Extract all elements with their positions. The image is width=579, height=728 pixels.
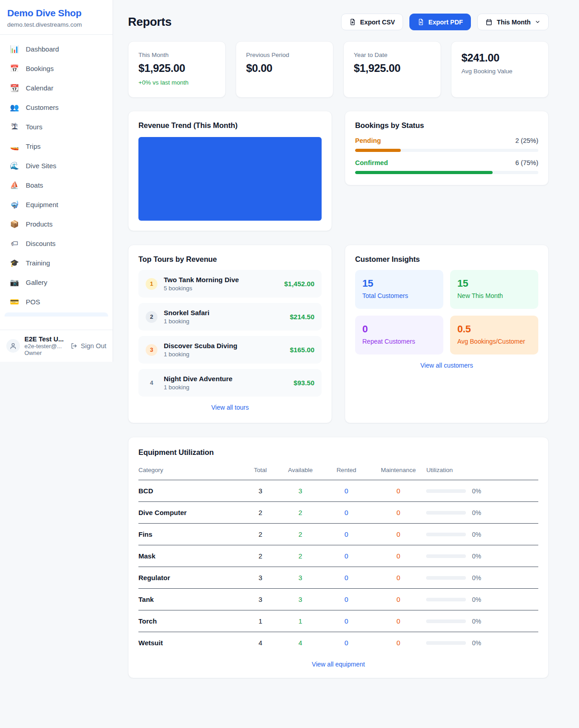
view-all-customers-link[interactable]: View all customers xyxy=(420,362,473,369)
status-label: Confirmed xyxy=(355,159,388,166)
utilization-percent: 0% xyxy=(472,574,481,581)
equip-rented: 0 xyxy=(323,632,370,654)
sidebar-item-label: Dashboard xyxy=(26,45,59,53)
equip-category: Regulator xyxy=(138,567,242,589)
export-pdf-button[interactable]: Export PDF xyxy=(409,14,471,30)
tour-list: 1 Two Tank Morning Dive5 bookings $1,452… xyxy=(138,270,322,397)
stat-card-previous-period: Previous Period $0.00 xyxy=(236,41,333,98)
stat-card-avg-booking-value: $241.00 Avg Booking Value xyxy=(451,41,549,98)
sidebar-item-bookings[interactable]: 📅Bookings xyxy=(4,59,109,78)
period-dropdown[interactable]: This Month xyxy=(477,14,549,30)
utilization-percent: 0% xyxy=(472,509,481,516)
export-pdf-label: Export PDF xyxy=(428,19,463,26)
utilization-bar xyxy=(426,576,466,580)
sign-out-icon xyxy=(71,342,78,350)
tour-revenue: $93.50 xyxy=(294,379,314,387)
tile-label: New This Month xyxy=(457,292,531,299)
tour-bookings: 1 booking xyxy=(164,384,233,391)
stat-card-this-month: This Month $1,925.00 +0% vs last month xyxy=(128,41,226,98)
status-row-pending: Pending 2 (25%) xyxy=(355,137,538,152)
people-icon: 👥 xyxy=(10,103,19,112)
sign-out-button[interactable]: Sign Out xyxy=(71,342,106,350)
chevron-down-icon xyxy=(535,19,541,25)
sidebar-item-label: Dive Sites xyxy=(26,162,57,170)
view-all-tours-link[interactable]: View all tours xyxy=(211,404,249,411)
equipment-utilization-card: Equipment Utilization Category Total Ava… xyxy=(128,437,549,678)
sidebar-item-products[interactable]: 📦Products xyxy=(4,214,109,234)
equip-category: Wetsuit xyxy=(138,632,242,654)
stat-delta: +0% vs last month xyxy=(138,79,215,86)
utilization-bar xyxy=(426,598,466,601)
sidebar-item-reports-partial[interactable] xyxy=(5,312,108,317)
graduation-cap-icon: 🎓 xyxy=(10,259,19,267)
bar-chart-icon: 📊 xyxy=(10,45,19,53)
status-count: 6 (75%) xyxy=(515,159,538,166)
sidebar-item-equipment[interactable]: 🤿Equipment xyxy=(4,195,109,214)
revenue-trend-bar xyxy=(138,137,322,221)
list-item: 3 Discover Scuba Diving1 booking $165.00 xyxy=(138,336,322,364)
sidebar-item-label: Discounts xyxy=(26,240,56,247)
equip-total: 3 xyxy=(242,589,279,610)
equip-category: Fins xyxy=(138,524,242,545)
utilization-bar xyxy=(426,619,466,623)
label-tag-icon: 🏷 xyxy=(10,239,19,248)
sidebar-item-training[interactable]: 🎓Training xyxy=(4,253,109,273)
sidebar-item-calendar[interactable]: 📆Calendar xyxy=(4,78,109,98)
equip-rented: 0 xyxy=(323,502,370,524)
equip-maintenance: 0 xyxy=(370,480,427,502)
table-header-row: Category Total Available Rented Maintena… xyxy=(138,463,538,480)
rank-badge: 4 xyxy=(146,377,157,389)
equip-maintenance: 0 xyxy=(370,610,427,632)
sidebar-item-tours[interactable]: 🏝Tours xyxy=(4,117,109,137)
stat-label: Avg Booking Value xyxy=(461,68,538,75)
sidebar-item-customers[interactable]: 👥Customers xyxy=(4,98,109,117)
equip-available: 3 xyxy=(278,480,322,502)
tile-value: 15 xyxy=(457,278,531,289)
export-csv-label: Export CSV xyxy=(360,19,395,26)
equip-available: 2 xyxy=(278,545,322,567)
stat-label: Previous Period xyxy=(246,52,323,58)
tile-label: Total Customers xyxy=(362,292,436,299)
sidebar-item-gallery[interactable]: 📷Gallery xyxy=(4,273,109,292)
column-header: Available xyxy=(278,463,322,480)
file-download-icon xyxy=(349,19,356,25)
list-item: 2 Snorkel Safari1 booking $214.50 xyxy=(138,303,322,331)
sidebar-item-dashboard[interactable]: 📊Dashboard xyxy=(4,39,109,59)
user-meta: E2E Test U... e2e-tester@... Owner xyxy=(24,336,64,356)
equip-available: 4 xyxy=(278,632,322,654)
column-header: Rented xyxy=(323,463,370,480)
sidebar-header: Demo Dive Shop demo.test.divestreams.com xyxy=(0,0,113,35)
equip-available: 3 xyxy=(278,589,322,610)
sidebar-item-trips[interactable]: 🚤Trips xyxy=(4,137,109,156)
equipment-utilization-title: Equipment Utilization xyxy=(138,448,538,457)
tile-total-customers: 15 Total Customers xyxy=(355,270,443,309)
equip-maintenance: 0 xyxy=(370,502,427,524)
tour-name: Snorkel Safari xyxy=(164,309,209,317)
utilization-percent: 0% xyxy=(472,487,481,495)
shop-name: Demo Dive Shop xyxy=(7,8,105,19)
wave-icon: 🌊 xyxy=(10,161,19,170)
sidebar-item-boats[interactable]: ⛵Boats xyxy=(4,175,109,195)
utilization-bar xyxy=(426,641,466,645)
status-progress-fill xyxy=(355,171,493,174)
equip-total: 3 xyxy=(242,567,279,589)
stat-value: $241.00 xyxy=(461,52,538,64)
view-all-equipment-link[interactable]: View all equipment xyxy=(312,661,365,668)
tour-bookings: 1 booking xyxy=(164,351,237,358)
equip-maintenance: 0 xyxy=(370,632,427,654)
sidebar-user-footer: E2E Test U... e2e-tester@... Owner Sign … xyxy=(0,330,113,362)
export-csv-button[interactable]: Export CSV xyxy=(341,14,403,30)
sidebar-item-pos[interactable]: 💳POS xyxy=(4,292,109,312)
tour-name: Night Dive Adventure xyxy=(164,375,233,383)
equip-category: Dive Computer xyxy=(138,502,242,524)
tear-off-calendar-icon: 📆 xyxy=(10,84,19,92)
equip-rented: 0 xyxy=(323,524,370,545)
island-icon: 🏝 xyxy=(10,123,19,131)
sidebar-item-discounts[interactable]: 🏷Discounts xyxy=(4,234,109,253)
sidebar-item-dive-sites[interactable]: 🌊Dive Sites xyxy=(4,156,109,175)
equip-total: 4 xyxy=(242,632,279,654)
top-tours-title: Top Tours by Revenue xyxy=(138,255,322,264)
equip-rented: 0 xyxy=(323,545,370,567)
list-item: 4 Night Dive Adventure1 booking $93.50 xyxy=(138,369,322,397)
sign-out-label: Sign Out xyxy=(81,342,106,350)
